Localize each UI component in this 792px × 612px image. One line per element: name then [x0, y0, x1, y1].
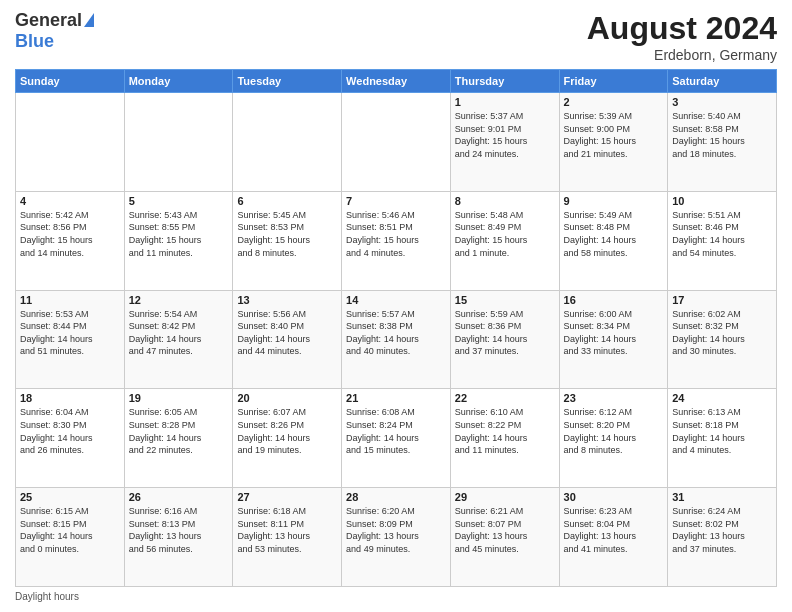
calendar-week-row: 18Sunrise: 6:04 AM Sunset: 8:30 PM Dayli…: [16, 389, 777, 488]
calendar-header-friday: Friday: [559, 70, 668, 93]
calendar-cell: [16, 93, 125, 192]
day-number: 26: [129, 491, 229, 503]
calendar-cell: 1Sunrise: 5:37 AM Sunset: 9:01 PM Daylig…: [450, 93, 559, 192]
day-info: Sunrise: 6:15 AM Sunset: 8:15 PM Dayligh…: [20, 505, 120, 555]
day-info: Sunrise: 5:37 AM Sunset: 9:01 PM Dayligh…: [455, 110, 555, 160]
day-number: 10: [672, 195, 772, 207]
day-info: Sunrise: 5:59 AM Sunset: 8:36 PM Dayligh…: [455, 308, 555, 358]
calendar-cell: 10Sunrise: 5:51 AM Sunset: 8:46 PM Dayli…: [668, 191, 777, 290]
logo-general-text: General: [15, 10, 82, 31]
day-info: Sunrise: 6:23 AM Sunset: 8:04 PM Dayligh…: [564, 505, 664, 555]
day-number: 5: [129, 195, 229, 207]
day-number: 20: [237, 392, 337, 404]
day-info: Sunrise: 6:16 AM Sunset: 8:13 PM Dayligh…: [129, 505, 229, 555]
calendar-cell: 16Sunrise: 6:00 AM Sunset: 8:34 PM Dayli…: [559, 290, 668, 389]
day-info: Sunrise: 5:46 AM Sunset: 8:51 PM Dayligh…: [346, 209, 446, 259]
day-info: Sunrise: 6:18 AM Sunset: 8:11 PM Dayligh…: [237, 505, 337, 555]
calendar-header-row: SundayMondayTuesdayWednesdayThursdayFrid…: [16, 70, 777, 93]
calendar-header-tuesday: Tuesday: [233, 70, 342, 93]
day-info: Sunrise: 6:20 AM Sunset: 8:09 PM Dayligh…: [346, 505, 446, 555]
day-number: 23: [564, 392, 664, 404]
day-number: 17: [672, 294, 772, 306]
calendar-cell: 2Sunrise: 5:39 AM Sunset: 9:00 PM Daylig…: [559, 93, 668, 192]
calendar-cell: 17Sunrise: 6:02 AM Sunset: 8:32 PM Dayli…: [668, 290, 777, 389]
day-number: 16: [564, 294, 664, 306]
header: General Blue August 2024 Erdeborn, Germa…: [15, 10, 777, 63]
day-number: 1: [455, 96, 555, 108]
calendar-cell: 23Sunrise: 6:12 AM Sunset: 8:20 PM Dayli…: [559, 389, 668, 488]
calendar-title: August 2024: [587, 10, 777, 47]
calendar-cell: 15Sunrise: 5:59 AM Sunset: 8:36 PM Dayli…: [450, 290, 559, 389]
day-number: 9: [564, 195, 664, 207]
day-info: Sunrise: 5:53 AM Sunset: 8:44 PM Dayligh…: [20, 308, 120, 358]
day-info: Sunrise: 5:57 AM Sunset: 8:38 PM Dayligh…: [346, 308, 446, 358]
calendar-cell: [124, 93, 233, 192]
day-number: 8: [455, 195, 555, 207]
day-number: 14: [346, 294, 446, 306]
footer-note: Daylight hours: [15, 591, 777, 602]
day-info: Sunrise: 6:05 AM Sunset: 8:28 PM Dayligh…: [129, 406, 229, 456]
calendar-cell: 21Sunrise: 6:08 AM Sunset: 8:24 PM Dayli…: [342, 389, 451, 488]
day-number: 29: [455, 491, 555, 503]
day-info: Sunrise: 5:39 AM Sunset: 9:00 PM Dayligh…: [564, 110, 664, 160]
calendar-cell: 31Sunrise: 6:24 AM Sunset: 8:02 PM Dayli…: [668, 488, 777, 587]
day-info: Sunrise: 5:40 AM Sunset: 8:58 PM Dayligh…: [672, 110, 772, 160]
calendar-cell: 11Sunrise: 5:53 AM Sunset: 8:44 PM Dayli…: [16, 290, 125, 389]
day-info: Sunrise: 6:00 AM Sunset: 8:34 PM Dayligh…: [564, 308, 664, 358]
page-container: General Blue August 2024 Erdeborn, Germa…: [0, 0, 792, 612]
day-number: 24: [672, 392, 772, 404]
calendar-cell: [342, 93, 451, 192]
day-info: Sunrise: 6:12 AM Sunset: 8:20 PM Dayligh…: [564, 406, 664, 456]
calendar-cell: 26Sunrise: 6:16 AM Sunset: 8:13 PM Dayli…: [124, 488, 233, 587]
calendar-location: Erdeborn, Germany: [587, 47, 777, 63]
day-number: 27: [237, 491, 337, 503]
day-info: Sunrise: 6:08 AM Sunset: 8:24 PM Dayligh…: [346, 406, 446, 456]
calendar-cell: 14Sunrise: 5:57 AM Sunset: 8:38 PM Dayli…: [342, 290, 451, 389]
calendar-cell: 13Sunrise: 5:56 AM Sunset: 8:40 PM Dayli…: [233, 290, 342, 389]
calendar-cell: 29Sunrise: 6:21 AM Sunset: 8:07 PM Dayli…: [450, 488, 559, 587]
day-info: Sunrise: 5:48 AM Sunset: 8:49 PM Dayligh…: [455, 209, 555, 259]
calendar-week-row: 4Sunrise: 5:42 AM Sunset: 8:56 PM Daylig…: [16, 191, 777, 290]
logo-triangle-icon: [84, 13, 94, 27]
day-number: 30: [564, 491, 664, 503]
day-number: 13: [237, 294, 337, 306]
day-info: Sunrise: 5:54 AM Sunset: 8:42 PM Dayligh…: [129, 308, 229, 358]
calendar-week-row: 1Sunrise: 5:37 AM Sunset: 9:01 PM Daylig…: [16, 93, 777, 192]
calendar-header-saturday: Saturday: [668, 70, 777, 93]
day-number: 7: [346, 195, 446, 207]
day-number: 28: [346, 491, 446, 503]
day-info: Sunrise: 5:49 AM Sunset: 8:48 PM Dayligh…: [564, 209, 664, 259]
day-info: Sunrise: 6:02 AM Sunset: 8:32 PM Dayligh…: [672, 308, 772, 358]
calendar-cell: 30Sunrise: 6:23 AM Sunset: 8:04 PM Dayli…: [559, 488, 668, 587]
day-info: Sunrise: 6:10 AM Sunset: 8:22 PM Dayligh…: [455, 406, 555, 456]
calendar-cell: 22Sunrise: 6:10 AM Sunset: 8:22 PM Dayli…: [450, 389, 559, 488]
day-info: Sunrise: 6:04 AM Sunset: 8:30 PM Dayligh…: [20, 406, 120, 456]
day-info: Sunrise: 6:24 AM Sunset: 8:02 PM Dayligh…: [672, 505, 772, 555]
day-number: 3: [672, 96, 772, 108]
day-info: Sunrise: 5:43 AM Sunset: 8:55 PM Dayligh…: [129, 209, 229, 259]
calendar-cell: 28Sunrise: 6:20 AM Sunset: 8:09 PM Dayli…: [342, 488, 451, 587]
calendar-cell: 7Sunrise: 5:46 AM Sunset: 8:51 PM Daylig…: [342, 191, 451, 290]
calendar-cell: 5Sunrise: 5:43 AM Sunset: 8:55 PM Daylig…: [124, 191, 233, 290]
day-number: 6: [237, 195, 337, 207]
logo: General Blue: [15, 10, 94, 52]
calendar-table: SundayMondayTuesdayWednesdayThursdayFrid…: [15, 69, 777, 587]
day-number: 18: [20, 392, 120, 404]
day-info: Sunrise: 6:21 AM Sunset: 8:07 PM Dayligh…: [455, 505, 555, 555]
calendar-header-wednesday: Wednesday: [342, 70, 451, 93]
day-number: 25: [20, 491, 120, 503]
day-number: 15: [455, 294, 555, 306]
calendar-cell: 6Sunrise: 5:45 AM Sunset: 8:53 PM Daylig…: [233, 191, 342, 290]
calendar-cell: 20Sunrise: 6:07 AM Sunset: 8:26 PM Dayli…: [233, 389, 342, 488]
logo-blue-text: Blue: [15, 31, 54, 52]
day-number: 11: [20, 294, 120, 306]
calendar-week-row: 25Sunrise: 6:15 AM Sunset: 8:15 PM Dayli…: [16, 488, 777, 587]
calendar-cell: 18Sunrise: 6:04 AM Sunset: 8:30 PM Dayli…: [16, 389, 125, 488]
calendar-cell: 25Sunrise: 6:15 AM Sunset: 8:15 PM Dayli…: [16, 488, 125, 587]
calendar-header-monday: Monday: [124, 70, 233, 93]
day-info: Sunrise: 5:45 AM Sunset: 8:53 PM Dayligh…: [237, 209, 337, 259]
title-block: August 2024 Erdeborn, Germany: [587, 10, 777, 63]
day-info: Sunrise: 5:56 AM Sunset: 8:40 PM Dayligh…: [237, 308, 337, 358]
calendar-header-sunday: Sunday: [16, 70, 125, 93]
calendar-week-row: 11Sunrise: 5:53 AM Sunset: 8:44 PM Dayli…: [16, 290, 777, 389]
